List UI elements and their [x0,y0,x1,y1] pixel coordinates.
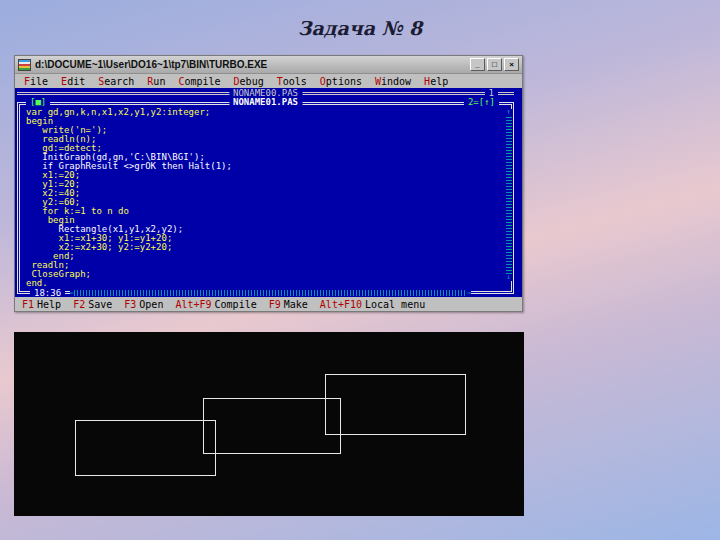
cursor-position: 18:36 [30,288,65,297]
menu-item-search[interactable]: Search [98,76,134,87]
menu-item-options[interactable]: Options [320,76,362,87]
code-line: x1:=20; [26,171,497,180]
output-rectangle-3 [325,374,466,435]
graphics-output-screen [14,332,524,516]
hotkey-bar: F1HelpF2SaveF3OpenAlt+F9CompileF9MakeAlt… [15,297,522,311]
hotkey-alt+f10[interactable]: Alt+F10Local menu [320,299,425,310]
code-line: var gd,gn,k,n,x1,x2,y1,y2:integer; [26,108,497,117]
menu-item-tools[interactable]: Tools [277,76,307,87]
ms-dos-icon [18,59,31,71]
code-line: end; [26,252,497,261]
slide-title: Задача № 8 [0,17,720,39]
vertical-scrollbar[interactable]: ↑ ↓ [504,109,513,281]
window-titlebar[interactable]: d:\DOCUME~1\User\DO16~1\tp7\BIN\TURBO.EX… [15,56,522,74]
code-line: CloseGraph; [26,270,497,279]
hotkey-f3[interactable]: F3Open [124,299,163,310]
code-line: for k:=1 to n do [26,207,497,216]
editor-window-2-frame: [■] NONAME01.PAS 2=[↑] var gd,gn,k,n,x1,… [17,102,514,294]
horizontal-scrollbar[interactable]: ← → [70,288,471,297]
scroll-down-icon[interactable]: ↓ [506,274,510,281]
hotkey-f9[interactable]: F9Make [269,299,308,310]
presentation-slide: Задача № 8 d:\DOCUME~1\User\DO16~1\tp7\B… [0,0,720,540]
menu-item-help[interactable]: Help [424,76,448,87]
editor-window2-number[interactable]: 2=[↑] [464,97,499,108]
scroll-up-icon[interactable]: ↑ [506,109,510,116]
minimize-button[interactable]: _ [470,58,485,71]
code-line: x2:=40; [26,189,497,198]
menu-item-debug[interactable]: Debug [234,76,264,87]
output-rectangle-2 [203,398,341,454]
code-line: if GraphResult <>grOK then Halt(1); [26,162,497,171]
editor-window-1-frame[interactable]: NONAME00.PAS 1 [17,92,514,95]
window-title: d:\DOCUME~1\User\DO16~1\tp7\BIN\TURBO.EX… [35,59,466,70]
titlebar-buttons: _ □ × [470,58,519,71]
editor-screen: NONAME00.PAS 1 [■] NONAME01.PAS 2=[↑] va… [15,88,522,297]
hotkey-f1[interactable]: F1Help [22,299,61,310]
menu-item-compile[interactable]: Compile [178,76,220,87]
code-line: end. [26,279,497,287]
code-area[interactable]: var gd,gn,k,n,x1,x2,y1,y2:integer;begin … [26,108,497,287]
vertical-scroll-track[interactable] [506,116,512,274]
code-line: write('n='); [26,126,497,135]
scroll-right-icon[interactable]: → [467,289,471,298]
maximize-button[interactable]: □ [487,58,502,71]
output-rectangle-1 [75,420,216,476]
code-line: x2:=x2+30; y2:=y2+20; [26,243,497,252]
window-close-glyph[interactable]: [■] [26,97,50,108]
menu-item-file[interactable]: File [24,76,48,87]
code-line: y1:=20; [26,180,497,189]
menu-item-window[interactable]: Window [375,76,411,87]
code-line: readln; [26,261,497,270]
menu-bar: FileEditSearchRunCompileDebugToolsOption… [15,74,522,88]
menu-item-run[interactable]: Run [147,76,165,87]
hotkey-alt+f9[interactable]: Alt+F9Compile [175,299,256,310]
menu-item-edit[interactable]: Edit [61,76,85,87]
horizontal-scroll-track[interactable] [74,290,467,296]
hotkey-f2[interactable]: F2Save [73,299,112,310]
turbo-pascal-window: d:\DOCUME~1\User\DO16~1\tp7\BIN\TURBO.EX… [14,55,523,312]
editor-window2-title: NONAME01.PAS [229,97,302,108]
close-button[interactable]: × [504,58,519,71]
